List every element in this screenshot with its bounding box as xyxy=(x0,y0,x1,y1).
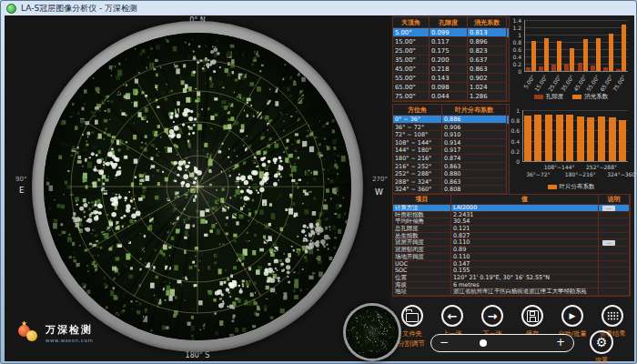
cell: 72° ~ 108° xyxy=(393,131,442,139)
compass-east-degree: 90° xyxy=(15,176,26,183)
column-header: 孔隙度 xyxy=(430,17,468,28)
table-row[interactable]: 288° ~ 324°0.863 xyxy=(393,178,509,187)
bar-叶片分布系数 xyxy=(598,116,605,161)
bar-叶片分布系数 xyxy=(609,117,616,161)
azimuth-table: 方位角 叶片分布系数 0° ~ 36°0.88636° ~ 72°0.90672… xyxy=(392,104,510,195)
parameter-row[interactable]: 位置120° 21' 0.19"E, 30° 16' 52.55"N xyxy=(393,275,630,282)
chart-legend: 孔隙度消光系数 xyxy=(510,93,632,101)
chart-part xyxy=(522,161,628,162)
table-row[interactable]: 45.00°0.2180.863 xyxy=(393,65,509,74)
cell: 1.024 xyxy=(468,83,507,92)
bar-孔隙度 xyxy=(539,66,543,71)
parameter-name: SOC xyxy=(393,268,451,275)
parameter-name: 计算方法 xyxy=(393,205,451,212)
segmentation-slider-label: 分割调节 xyxy=(398,339,425,349)
parameter-row[interactable]: 计算方法LAI2000… xyxy=(393,205,630,212)
parameter-row[interactable]: 丛生指数0.827 xyxy=(393,233,630,240)
settings-button[interactable]: ⚙ 设置 xyxy=(583,330,620,364)
column-header: 项目 xyxy=(393,195,451,205)
table-row[interactable]: 216° ~ 252°0.863 xyxy=(393,163,509,171)
parameter-row[interactable]: 总孔隙度0.121 xyxy=(393,226,630,233)
bar-叶片分布系数 xyxy=(534,115,541,161)
table-row[interactable]: 144° ~ 180°0.917 xyxy=(393,147,509,155)
cell: 1.286 xyxy=(468,92,507,101)
cell: 0.880 xyxy=(442,170,507,178)
table-row[interactable]: 108° ~ 144°0.914 xyxy=(393,139,509,147)
table-row[interactable]: 180° ~ 216°0.874 xyxy=(393,155,509,163)
parameter-row[interactable]: UOC0.147 xyxy=(393,261,630,268)
thumbnail-canvas xyxy=(346,306,399,359)
cell: 0.808 xyxy=(442,186,507,194)
parameter-row[interactable]: 场地开阔度0.110 xyxy=(393,254,630,261)
parameter-name: UOC xyxy=(393,261,451,268)
table-row[interactable]: 36° ~ 72°0.906 xyxy=(393,124,509,132)
legend-swatch xyxy=(572,95,581,99)
cell: 15.00° xyxy=(393,37,430,46)
table-row[interactable]: 324° ~ 360°0.808 xyxy=(393,186,509,194)
note-button[interactable]: … xyxy=(602,240,615,246)
parameter-row[interactable]: 平均叶倾角30.54 xyxy=(393,218,630,226)
tick-label: 0.2 xyxy=(510,61,521,67)
parameter-row[interactable]: 冠层开阔度0.110… xyxy=(393,239,630,247)
tick-label: 180°~216° xyxy=(557,171,604,177)
table-row[interactable]: 5.00°0.0990.813 xyxy=(393,28,509,37)
table-row[interactable]: 55.00°0.1430.902 xyxy=(393,74,509,83)
grid-icon xyxy=(602,305,623,327)
bar-孔隙度 xyxy=(564,64,569,71)
bar-消光系数 xyxy=(583,39,588,71)
parameter-row[interactable]: 冠层郁闭度0.89 xyxy=(393,247,630,254)
app-window: LA-S冠层图像分析仪 - 万深检测 0° N 90° E 270° W 180… xyxy=(0,0,637,364)
column-header: 方位角 xyxy=(393,105,442,116)
brand-subtext: www.wseen.com xyxy=(46,338,93,343)
slider-knob[interactable] xyxy=(480,339,487,347)
legend-item: 孔隙度 xyxy=(534,93,564,101)
parameter-note xyxy=(599,233,630,240)
table-row[interactable]: 25.00°0.1750.823 xyxy=(393,46,509,56)
slider-minus-button[interactable]: − xyxy=(440,336,449,349)
parameter-note xyxy=(599,275,630,282)
parameter-row[interactable]: SOC0.155 xyxy=(393,268,630,275)
table-row[interactable]: 35.00°0.2000.637 xyxy=(393,56,509,65)
parameter-name: 冠层郁闭度 xyxy=(393,247,451,254)
table-row[interactable]: 65.00°0.0981.024 xyxy=(393,83,509,92)
parameter-row[interactable]: 地址浙江省杭州市江干区白杨街道浙江理工大学经勘东苑 xyxy=(393,288,630,296)
chart-part xyxy=(524,71,628,72)
cell: 55.00° xyxy=(393,74,430,83)
parameter-note xyxy=(599,288,630,296)
canopy-pane: 0° N 90° E 270° W 180° S xyxy=(5,15,390,361)
bar-消光系数 xyxy=(531,41,536,71)
table-row[interactable]: 15.00°0.1170.896 xyxy=(393,37,509,46)
parameter-name: 位置 xyxy=(393,275,451,282)
cell: 0.902 xyxy=(468,74,507,83)
cell: 65.00° xyxy=(393,83,430,92)
slider-plus-button[interactable]: + xyxy=(556,336,565,349)
app-icon xyxy=(6,4,16,14)
table-row[interactable]: 252° ~ 288°0.880 xyxy=(393,170,509,178)
parameter-row[interactable]: 海拔6 metres xyxy=(393,282,630,289)
bar-消光系数 xyxy=(557,41,561,71)
note-button[interactable]: … xyxy=(602,206,615,211)
segmentation-slider[interactable]: − + xyxy=(430,334,574,352)
cell: 0.896 xyxy=(468,37,507,46)
arrow-left-icon: ← xyxy=(441,305,463,327)
parameter-value: 0.121 xyxy=(451,226,599,233)
parameter-row[interactable]: 叶面积指数2.2431 xyxy=(393,212,630,219)
parameter-note xyxy=(599,226,630,233)
parameter-value: 0.110 xyxy=(451,254,599,261)
window-title: LA-S冠层图像分析仪 - 万深检测 xyxy=(21,3,137,15)
table-row[interactable]: 0° ~ 36°0.886 xyxy=(393,116,509,124)
parameter-value: 0.89 xyxy=(451,247,599,254)
table-row[interactable]: 72° ~ 108°0.910 xyxy=(393,131,509,139)
cell: 0.863 xyxy=(442,178,507,187)
table-row[interactable]: 75.00°0.0441.286 xyxy=(393,92,509,101)
cell: 75.00° xyxy=(393,92,430,101)
bar-孔隙度 xyxy=(603,67,608,71)
bar-叶片分布系数 xyxy=(587,117,594,161)
toolbar-button-label: 文件夹 xyxy=(402,329,422,339)
bar-叶片分布系数 xyxy=(619,120,626,161)
preview-thumbnail[interactable] xyxy=(343,303,401,361)
tick-label: 0.4 xyxy=(510,54,521,60)
parameter-value: 2.2431 xyxy=(451,212,599,219)
bar-消光系数 xyxy=(609,34,613,71)
cell: 0.143 xyxy=(430,74,468,83)
